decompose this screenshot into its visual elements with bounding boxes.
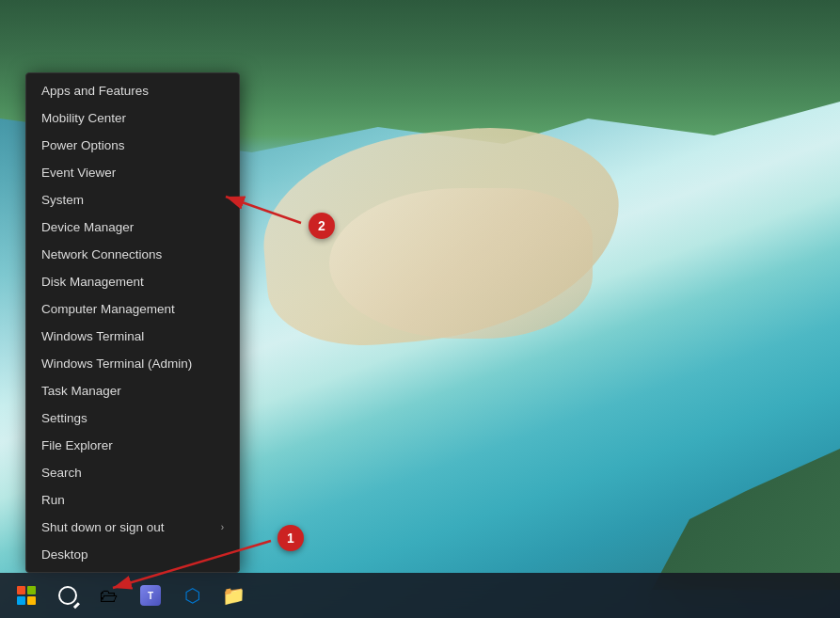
annotation-2: 2	[309, 213, 335, 239]
file-explorer-icon: 🗁	[100, 585, 119, 607]
menu-item-device-manager[interactable]: Device Manager	[26, 214, 239, 241]
menu-item-label-system: System	[41, 193, 84, 207]
menu-item-label-settings: Settings	[41, 411, 87, 425]
menu-item-settings[interactable]: Settings	[26, 404, 239, 432]
menu-item-file-explorer[interactable]: File Explorer	[26, 432, 239, 459]
menu-item-event-viewer[interactable]: Event Viewer	[26, 159, 239, 186]
menu-item-label-search: Search	[41, 466, 82, 480]
folder-icon: 📁	[222, 584, 246, 607]
menu-item-computer-management[interactable]: Computer Management	[26, 295, 239, 323]
menu-item-run[interactable]: Run	[26, 486, 239, 514]
menu-item-label-event-viewer: Event Viewer	[41, 166, 116, 180]
menu-item-power-options[interactable]: Power Options	[26, 132, 239, 159]
menu-item-disk-management[interactable]: Disk Management	[26, 268, 239, 295]
menu-item-windows-terminal[interactable]: Windows Terminal	[26, 323, 239, 350]
teams-icon: T	[140, 585, 161, 606]
menu-item-label-disk-management: Disk Management	[41, 275, 144, 289]
menu-item-label-file-explorer: File Explorer	[41, 438, 113, 452]
menu-item-label-desktop: Desktop	[41, 547, 88, 562]
menu-item-mobility-center[interactable]: Mobility Center	[26, 104, 239, 132]
menu-item-label-device-manager: Device Manager	[41, 220, 134, 234]
menu-item-system[interactable]: System	[26, 186, 239, 214]
menu-item-label-windows-terminal-admin: Windows Terminal (Admin)	[41, 357, 192, 371]
search-icon	[58, 586, 77, 605]
menu-item-label-task-manager: Task Manager	[41, 384, 121, 398]
menu-item-label-computer-management: Computer Management	[41, 302, 175, 316]
menu-item-label-windows-terminal: Windows Terminal	[41, 329, 144, 343]
menu-item-label-shut-down: Shut down or sign out	[41, 520, 165, 534]
menu-item-label-apps-features: Apps and Features	[41, 84, 149, 98]
edge-icon: ⬡	[184, 584, 200, 607]
annotation-1: 1	[277, 525, 304, 551]
taskbar: 🗁 T ⬡ 📁	[0, 573, 840, 618]
menu-item-label-mobility-center: Mobility Center	[41, 111, 126, 125]
menu-item-network-connections[interactable]: Network Connections	[26, 241, 239, 268]
search-taskbar-button[interactable]	[49, 577, 87, 614]
folder-taskbar-button[interactable]: 📁	[214, 577, 252, 614]
start-button[interactable]	[8, 577, 45, 614]
menu-item-apps-features[interactable]: Apps and Features	[26, 77, 239, 104]
menu-item-desktop[interactable]: Desktop	[26, 541, 239, 568]
beach-decoration-2	[329, 188, 593, 339]
chevron-icon-shut-down: ›	[221, 522, 224, 532]
menu-item-label-network-connections: Network Connections	[41, 247, 162, 261]
menu-item-windows-terminal-admin[interactable]: Windows Terminal (Admin)	[26, 350, 239, 377]
context-menu: Apps and FeaturesMobility CenterPower Op…	[25, 72, 240, 573]
file-explorer-taskbar-button[interactable]: 🗁	[90, 577, 128, 614]
menu-item-task-manager[interactable]: Task Manager	[26, 377, 239, 404]
menu-item-shut-down[interactable]: Shut down or sign out›	[26, 514, 239, 541]
windows-logo-icon	[17, 586, 36, 605]
teams-taskbar-button[interactable]: T	[132, 577, 169, 614]
edge-taskbar-button[interactable]: ⬡	[173, 577, 211, 614]
menu-item-label-run: Run	[41, 493, 65, 507]
menu-item-label-power-options: Power Options	[41, 138, 125, 152]
menu-item-search[interactable]: Search	[26, 459, 239, 486]
